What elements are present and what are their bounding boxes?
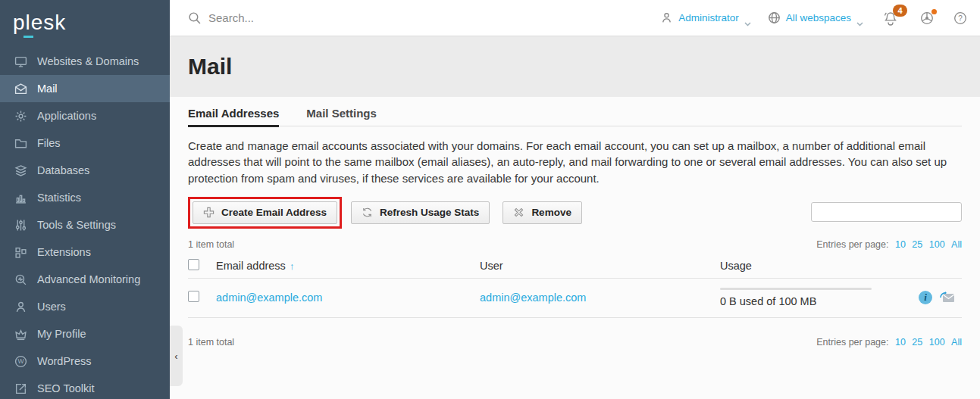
sidebar-item-advanced-monitoring[interactable]: Advanced Monitoring (0, 266, 170, 293)
sidebar-item-label: Advanced Monitoring (37, 273, 140, 285)
list-meta-top: 1 item total Entries per page: 10 25 100… (188, 239, 962, 250)
sidebar-item-wordpress[interactable]: W WordPress (0, 348, 170, 375)
entries-per-page: Entries per page: 10 25 100 All (816, 239, 962, 250)
sidebar-collapse-handle[interactable]: ‹ (170, 326, 183, 386)
page-size-100[interactable]: 100 (929, 337, 945, 348)
sidebar-item-label: Tools & Settings (37, 219, 116, 231)
column-header-user[interactable]: User (480, 260, 720, 272)
user-menu[interactable]: Administrator (660, 11, 751, 24)
list-filter-search[interactable] (811, 202, 962, 222)
chevron-down-icon (744, 16, 751, 20)
page-size-10[interactable]: 10 (895, 337, 906, 348)
page-title: Mail (188, 54, 232, 79)
sidebar-item-my-profile[interactable]: My Profile (0, 320, 170, 348)
tab-email-addresses[interactable]: Email Addresses (188, 107, 279, 126)
info-icon[interactable]: i (919, 291, 932, 304)
tab-label: Email Addresses (188, 107, 279, 120)
sidebar-item-applications[interactable]: Applications (0, 102, 170, 129)
help-icon: ? (953, 11, 968, 26)
table-row: admin@example.com admin@example.com 0 B … (188, 279, 962, 318)
user-icon (14, 300, 27, 313)
globe-icon (768, 11, 781, 24)
page-size-10[interactable]: 10 (895, 239, 906, 250)
plus-icon (203, 207, 214, 218)
chevron-down-icon (856, 16, 863, 20)
svg-text:?: ? (958, 14, 963, 23)
column-header-usage[interactable]: Usage (720, 260, 962, 272)
email-address-link[interactable]: admin@example.com (216, 291, 322, 304)
refresh-usage-stats-button[interactable]: Refresh Usage Stats (351, 201, 490, 224)
notifications-bell[interactable]: 4 (883, 11, 898, 26)
global-search-input[interactable] (208, 11, 436, 24)
row-actions: i (919, 291, 956, 304)
tab-bar: Email Addresses Mail Settings (188, 107, 962, 126)
sidebar-item-label: Databases (37, 164, 89, 176)
sidebar-item-label: Statistics (37, 192, 81, 204)
chevron-left-icon: ‹ (174, 351, 177, 362)
create-email-address-button[interactable]: Create Email Address (193, 201, 337, 224)
list-meta-bottom: 1 item total Entries per page: 10 25 100… (188, 337, 962, 348)
page-heading-band: Mail (170, 36, 980, 97)
row-checkbox[interactable] (188, 291, 199, 302)
external-arrow-icon (14, 382, 27, 395)
sidebar-item-files[interactable]: Files (0, 129, 170, 157)
column-header-email[interactable]: Email address↑ (216, 260, 480, 272)
search-icon (188, 11, 201, 24)
community-alert-dot (931, 9, 937, 14)
refresh-icon (362, 207, 373, 218)
gear-icon (14, 109, 27, 123)
sidebar-item-websites-domains[interactable]: Websites & Domains (0, 48, 170, 75)
entries-per-page-label: Entries per page: (816, 337, 888, 348)
page-size-25[interactable]: 25 (912, 337, 922, 348)
mail-icon (14, 82, 27, 95)
sidebar-item-statistics[interactable]: Statistics (0, 184, 170, 211)
topbar: Administrator All webspaces 4 ? (170, 0, 980, 36)
usage-text: 0 B used of 100 MB (720, 295, 872, 307)
sidebar-item-mail[interactable]: Mail (0, 75, 170, 102)
button-label: Remove (531, 207, 571, 218)
sidebar: plesk Websites & Domains Mail Applicatio… (0, 0, 170, 399)
page-size-all[interactable]: All (951, 239, 962, 250)
sidebar-item-label: Extensions (37, 246, 91, 258)
topbar-right: Administrator All webspaces 4 ? (660, 11, 968, 26)
sidebar-item-label: WordPress (37, 355, 91, 367)
list-filter-search-input[interactable] (812, 203, 957, 221)
tab-label: Mail Settings (306, 107, 377, 120)
help-menu[interactable]: ? (953, 11, 968, 26)
blocks-icon (14, 245, 27, 259)
sidebar-item-label: Websites & Domains (37, 55, 139, 67)
webspaces-menu[interactable]: All webspaces (768, 11, 863, 24)
webmail-icon[interactable] (939, 291, 956, 304)
sidebar-item-seo-toolkit[interactable]: SEO Toolkit (0, 375, 170, 399)
usage-meter: 0 B used of 100 MB (720, 288, 872, 307)
global-search[interactable] (188, 11, 660, 24)
plesk-logo[interactable]: plesk (0, 0, 170, 48)
sidebar-item-label: Users (37, 301, 66, 313)
toolbar: Create Email Address Refresh Usage Stats… (188, 196, 962, 229)
tab-mail-settings[interactable]: Mail Settings (306, 107, 377, 126)
page-size-25[interactable]: 25 (912, 239, 922, 250)
button-label: Refresh Usage Stats (380, 207, 479, 218)
sidebar-item-extensions[interactable]: Extensions (0, 238, 170, 266)
sliders-icon (14, 218, 27, 232)
page-description: Create and manage email accounts associa… (188, 138, 962, 186)
entries-per-page-label: Entries per page: (816, 239, 888, 250)
page-size-100[interactable]: 100 (929, 239, 945, 250)
select-all-checkbox[interactable] (188, 259, 199, 270)
sidebar-item-tools-settings[interactable]: Tools & Settings (0, 211, 170, 238)
user-link[interactable]: admin@example.com (480, 291, 586, 304)
sidebar-item-label: Mail (37, 83, 58, 95)
button-label: Create Email Address (221, 207, 327, 218)
sort-ascending-icon: ↑ (290, 260, 295, 272)
remove-button[interactable]: Remove (503, 201, 582, 224)
database-layers-icon (14, 164, 27, 177)
sidebar-item-users[interactable]: Users (0, 293, 170, 320)
column-header-label: User (480, 260, 503, 272)
sidebar-item-databases[interactable]: Databases (0, 157, 170, 184)
sidebar-item-label: Applications (37, 110, 96, 122)
main-content: Email Addresses Mail Settings Create and… (170, 97, 980, 399)
community-menu[interactable] (919, 11, 935, 26)
page-size-all[interactable]: All (951, 337, 962, 348)
items-total: 1 item total (188, 337, 234, 348)
folder-icon (14, 136, 27, 150)
